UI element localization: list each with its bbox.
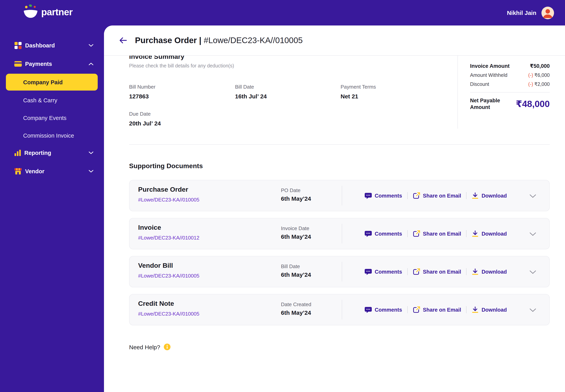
vendor-icon	[14, 168, 22, 175]
sidebar-item-reporting[interactable]: Reporting	[0, 144, 104, 162]
comments-button[interactable]: Comments	[365, 268, 402, 275]
document-date-value: 6th May’24	[281, 271, 311, 278]
share-on-email-button[interactable]: Share on Email	[413, 192, 461, 199]
share-icon	[413, 306, 420, 313]
avatar-person-icon	[541, 6, 554, 19]
amount-summary: Invoice Amount ₹50,000 Amount Withheld (…	[470, 63, 550, 111]
document-number-link[interactable]: #Lowe/DEC23-KA//010005	[138, 273, 199, 279]
document-actions: Comments Share on Email	[365, 180, 507, 211]
comments-icon	[365, 306, 372, 313]
document-number-link[interactable]: #Lowe/DEC23-KA//010005	[138, 197, 199, 203]
share-on-email-button[interactable]: Share on Email	[413, 230, 461, 237]
document-date-value: 6th May’24	[281, 195, 311, 202]
share-on-email-button[interactable]: Share on Email	[413, 268, 461, 275]
field-value: 20th Jul’ 24	[129, 120, 235, 127]
partner-logo: partner	[23, 4, 73, 20]
share-icon	[413, 192, 420, 199]
amount-label: Discount	[470, 81, 489, 87]
comments-icon	[365, 192, 372, 199]
sidebar-menu: Dashboard Payments Company Paid Ca	[0, 37, 104, 181]
document-date-label: Bill Date	[281, 264, 300, 269]
sidebar-item-company-paid[interactable]: Company Paid	[6, 74, 98, 91]
divider	[466, 192, 467, 199]
main-content: Invoice Summary Please check the bill de…	[104, 26, 565, 392]
chevron-up-icon	[89, 63, 93, 65]
document-number-link[interactable]: #Lowe/DEC23-KA//010005	[138, 311, 199, 317]
logo-text: partner	[41, 4, 73, 20]
divider	[466, 306, 467, 313]
download-button[interactable]: Download	[472, 306, 507, 313]
app-root: partner Nikhil Jain D	[0, 0, 565, 392]
comments-button[interactable]: Comments	[365, 230, 402, 237]
bill-number-field: Bill Number 127863	[129, 84, 235, 100]
document-date-value: 6th May’24	[281, 309, 311, 316]
divider	[342, 262, 342, 281]
comments-button[interactable]: Comments	[365, 192, 402, 199]
comments-button[interactable]: Comments	[365, 306, 402, 313]
sidebar-item-dashboard[interactable]: Dashboard	[0, 37, 104, 54]
divider	[407, 192, 408, 199]
divider	[407, 306, 408, 313]
divider	[342, 224, 342, 243]
topbar-user[interactable]: Nikhil Jain	[507, 0, 554, 26]
document-title: Credit Note	[138, 300, 174, 308]
comments-icon	[365, 268, 372, 275]
user-avatar[interactable]	[541, 6, 554, 19]
sidebar-item-commission-invoice[interactable]: Commission Invoice	[0, 127, 104, 144]
sidebar-item-company-events[interactable]: Company Events	[0, 109, 104, 127]
document-card-vendor-bill: Vendor Bill #Lowe/DEC23-KA//010005 Bill …	[129, 256, 550, 287]
sidebar-item-cash-and-carry[interactable]: Cash & Carry	[0, 91, 104, 109]
sidebar-item-payments[interactable]: Payments	[0, 55, 104, 72]
document-number-link[interactable]: #Lowe/DEC23-KA//010012	[138, 235, 199, 241]
download-icon	[472, 268, 479, 275]
share-on-email-button[interactable]: Share on Email	[413, 306, 461, 313]
amount-label: Invoice Amount	[470, 63, 510, 69]
info-icon[interactable]	[164, 343, 171, 350]
logo-bowl-icon	[23, 4, 38, 20]
field-label: Payment Terms	[341, 84, 458, 90]
download-icon	[472, 306, 479, 313]
net-payable-label: Net Payable Amount	[470, 97, 507, 111]
invoice-amount-row: Invoice Amount ₹50,000	[470, 63, 550, 69]
sidebar: Dashboard Payments Company Paid Ca	[0, 26, 104, 392]
chevron-down-icon[interactable]	[530, 270, 536, 274]
main-panel: Purchase Order |#Lowe/DEC23-KA//010005 I…	[104, 26, 565, 392]
share-icon	[413, 230, 420, 237]
divider	[466, 230, 467, 237]
share-label: Share on Email	[423, 269, 461, 275]
amount-value: (-)₹6,000	[528, 72, 550, 78]
user-name: Nikhil Jain	[507, 9, 536, 16]
chevron-down-icon[interactable]	[530, 308, 536, 312]
divider	[342, 186, 342, 205]
sidebar-item-vendor[interactable]: Vendor	[0, 163, 104, 180]
divider	[466, 268, 467, 275]
need-help-label: Need Help?	[129, 344, 160, 350]
need-help: Need Help?	[129, 343, 550, 350]
chevron-down-icon[interactable]	[530, 195, 536, 198]
payments-icon	[14, 61, 22, 67]
dashboard-icon	[14, 42, 22, 49]
vertical-divider	[458, 56, 458, 128]
download-button[interactable]: Download	[472, 268, 507, 275]
invoice-summary-section: Invoice Summary Please check the bill de…	[129, 53, 550, 127]
net-payable-row: Net Payable Amount ₹48,000	[470, 97, 550, 111]
comments-label: Comments	[375, 269, 402, 275]
page-title-text: Purchase Order |	[135, 36, 201, 45]
divider	[470, 92, 550, 93]
share-label: Share on Email	[423, 231, 461, 237]
back-button[interactable]	[119, 36, 127, 44]
field-label: Bill Date	[235, 84, 341, 90]
download-label: Download	[482, 193, 507, 198]
document-title: Vendor Bill	[138, 262, 173, 270]
sidebar-subitem-label: Cash & Carry	[23, 97, 57, 103]
comments-icon	[365, 230, 372, 237]
net-payable-value: ₹48,000	[516, 98, 550, 109]
divider	[342, 300, 342, 320]
page-title-number: #Lowe/DEC23-KA//010005	[204, 36, 303, 45]
chevron-down-icon[interactable]	[530, 232, 536, 236]
download-button[interactable]: Download	[472, 192, 507, 199]
amount-value: (-)₹2,000	[528, 81, 550, 87]
supporting-documents-title: Supporting Documents	[129, 162, 550, 170]
download-button[interactable]: Download	[472, 230, 507, 237]
reporting-icon	[14, 149, 21, 156]
